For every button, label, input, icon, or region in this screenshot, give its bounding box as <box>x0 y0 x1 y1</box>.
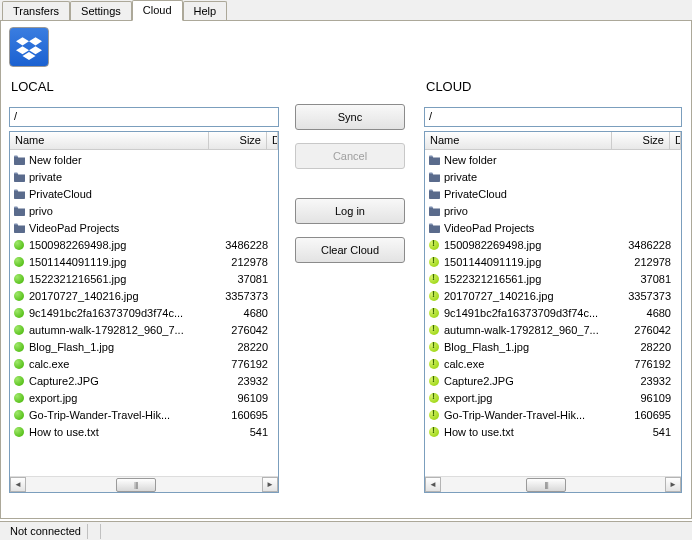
folder-icon <box>12 221 26 235</box>
list-item[interactable]: New folder <box>425 151 681 168</box>
item-name: 1500982269498.jpg <box>444 239 619 251</box>
item-name: autumn-walk-1792812_960_7... <box>444 324 619 336</box>
status-ok-icon <box>12 340 26 354</box>
local-path-text: / <box>14 110 17 122</box>
tab-transfers[interactable]: Transfers <box>2 1 70 20</box>
item-name: New folder <box>29 154 216 166</box>
sync-button[interactable]: Sync <box>295 104 405 130</box>
list-item[interactable]: Blog_Flash_1.jpg28220 <box>425 338 681 355</box>
col-header-size[interactable]: Size <box>209 132 267 149</box>
item-size: 276042 <box>619 324 673 336</box>
cloud-list-header[interactable]: Name Size D <box>425 132 681 150</box>
col-header-name[interactable]: Name <box>10 132 209 149</box>
item-name: export.jpg <box>29 392 216 404</box>
status-ok-icon <box>12 408 26 422</box>
scroll-right-icon[interactable]: ► <box>262 477 278 492</box>
list-item[interactable]: PrivateCloud <box>10 185 278 202</box>
list-item[interactable]: autumn-walk-1792812_960_7...276042 <box>10 321 278 338</box>
list-item[interactable]: How to use.txt541 <box>10 423 278 440</box>
list-item[interactable]: 20170727_140216.jpg3357373 <box>425 287 681 304</box>
svg-marker-3 <box>29 46 42 54</box>
cloud-panel-label: CLOUD <box>426 79 472 94</box>
local-list-header[interactable]: Name Size D <box>10 132 278 150</box>
list-item[interactable]: PrivateCloud <box>425 185 681 202</box>
svg-marker-2 <box>16 46 29 54</box>
tab-help[interactable]: Help <box>183 1 228 20</box>
col-header-d[interactable]: D <box>670 132 681 149</box>
folder-icon <box>12 170 26 184</box>
list-item[interactable]: VideoPad Projects <box>425 219 681 236</box>
item-name: autumn-walk-1792812_960_7... <box>29 324 216 336</box>
item-name: private <box>29 171 216 183</box>
list-item[interactable]: Capture2.JPG23932 <box>425 372 681 389</box>
scroll-thumb[interactable]: ||| <box>116 478 156 492</box>
status-warn-icon <box>427 374 441 388</box>
list-item[interactable]: private <box>425 168 681 185</box>
item-name: calc.exe <box>444 358 619 370</box>
local-file-list[interactable]: Name Size D New folderprivatePrivateClou… <box>9 131 279 493</box>
item-size: 23932 <box>216 375 270 387</box>
list-item[interactable]: autumn-walk-1792812_960_7...276042 <box>425 321 681 338</box>
list-item[interactable]: New folder <box>10 151 278 168</box>
list-item[interactable]: calc.exe776192 <box>10 355 278 372</box>
status-bar: Not connected <box>0 521 692 540</box>
status-ok-icon <box>12 374 26 388</box>
tab-cloud[interactable]: Cloud <box>132 0 183 21</box>
list-item[interactable]: 9c1491bc2fa16373709d3f74c...4680 <box>10 304 278 321</box>
list-item[interactable]: privo <box>425 202 681 219</box>
col-header-name[interactable]: Name <box>425 132 612 149</box>
list-item[interactable]: 1522321216561.jpg37081 <box>425 270 681 287</box>
folder-icon <box>427 153 441 167</box>
list-item[interactable]: calc.exe776192 <box>425 355 681 372</box>
list-item[interactable]: VideoPad Projects <box>10 219 278 236</box>
status-ok-icon <box>12 357 26 371</box>
local-path-input[interactable]: / <box>9 107 279 127</box>
list-item[interactable]: Go-Trip-Wander-Travel-Hik...160695 <box>10 406 278 423</box>
col-header-d[interactable]: D <box>267 132 278 149</box>
list-item[interactable]: privo <box>10 202 278 219</box>
status-ok-icon <box>12 272 26 286</box>
item-size: 3486228 <box>216 239 270 251</box>
tab-bar: TransfersSettingsCloudHelp <box>0 0 692 21</box>
local-h-scrollbar[interactable]: ◄ ||| ► <box>10 476 278 492</box>
item-name: 20170727_140216.jpg <box>444 290 619 302</box>
list-item[interactable]: 20170727_140216.jpg3357373 <box>10 287 278 304</box>
clear-cloud-button[interactable]: Clear Cloud <box>295 237 405 263</box>
cloud-file-list[interactable]: Name Size D New folderprivatePrivateClou… <box>424 131 682 493</box>
scroll-right-icon[interactable]: ► <box>665 477 681 492</box>
item-size: 212978 <box>619 256 673 268</box>
tab-settings[interactable]: Settings <box>70 1 132 20</box>
scroll-left-icon[interactable]: ◄ <box>425 477 441 492</box>
item-size: 160695 <box>619 409 673 421</box>
cancel-button[interactable]: Cancel <box>295 143 405 169</box>
list-item[interactable]: 1500982269498.jpg3486228 <box>10 236 278 253</box>
list-item[interactable]: 1501144091119.jpg212978 <box>425 253 681 270</box>
list-item[interactable]: Blog_Flash_1.jpg28220 <box>10 338 278 355</box>
cloud-path-input[interactable]: / <box>424 107 682 127</box>
col-header-size[interactable]: Size <box>612 132 670 149</box>
list-item[interactable]: Go-Trip-Wander-Travel-Hik...160695 <box>425 406 681 423</box>
status-ok-icon <box>12 323 26 337</box>
item-name: 1500982269498.jpg <box>29 239 216 251</box>
scroll-left-icon[interactable]: ◄ <box>10 477 26 492</box>
list-item[interactable]: private <box>10 168 278 185</box>
list-item[interactable]: 1522321216561.jpg37081 <box>10 270 278 287</box>
list-item[interactable]: 1500982269498.jpg3486228 <box>425 236 681 253</box>
scroll-thumb[interactable]: ||| <box>526 478 566 492</box>
login-button[interactable]: Log in <box>295 198 405 224</box>
item-size: 3357373 <box>619 290 673 302</box>
item-size: 23932 <box>619 375 673 387</box>
status-ok-icon <box>12 255 26 269</box>
list-item[interactable]: 1501144091119.jpg212978 <box>10 253 278 270</box>
list-item[interactable]: 9c1491bc2fa16373709d3f74c...4680 <box>425 304 681 321</box>
list-item[interactable]: Capture2.JPG23932 <box>10 372 278 389</box>
list-item[interactable]: export.jpg96109 <box>425 389 681 406</box>
item-name: How to use.txt <box>29 426 216 438</box>
status-warn-icon <box>427 238 441 252</box>
cloud-h-scrollbar[interactable]: ◄ ||| ► <box>425 476 681 492</box>
list-item[interactable]: export.jpg96109 <box>10 389 278 406</box>
item-size: 4680 <box>216 307 270 319</box>
item-size: 776192 <box>619 358 673 370</box>
list-item[interactable]: How to use.txt541 <box>425 423 681 440</box>
item-name: 1522321216561.jpg <box>29 273 216 285</box>
